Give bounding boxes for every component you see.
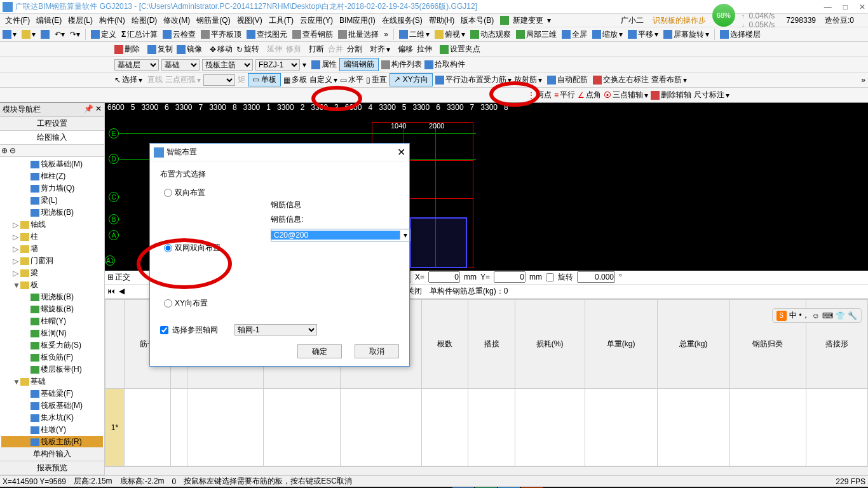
select-tool[interactable]: ↖选择▾	[114, 74, 142, 85]
point-angle-button[interactable]: ∠点角	[578, 90, 601, 100]
tree-item[interactable]: 螺旋板(B)	[1, 303, 103, 315]
rotate-button[interactable]: ↻旋转	[236, 44, 259, 55]
tree-item[interactable]: ▷墙	[1, 243, 103, 255]
nav-prev-icon[interactable]: ◀	[119, 287, 125, 295]
tree-item[interactable]: 柱帽(Y)	[1, 315, 103, 327]
tab-report[interactable]: 报表预览	[0, 461, 104, 475]
tree-item[interactable]: 梁(L)	[1, 194, 103, 207]
edit-rebar-button[interactable]: 编辑钢筋	[339, 58, 379, 71]
pan-button[interactable]: 平移▾	[628, 29, 658, 40]
break-button[interactable]: 打断	[309, 44, 324, 55]
rotate-input[interactable]	[577, 271, 615, 283]
tree-item[interactable]: 现浇板(B)	[1, 291, 103, 303]
select-floor-button[interactable]: 选择楼层	[720, 29, 761, 40]
style-select[interactable]	[203, 74, 235, 86]
tree-item[interactable]: 筏板主筋(R)	[1, 436, 103, 447]
swap-annot-button[interactable]: 交换左右标注	[593, 74, 649, 85]
menu-tools[interactable]: 工具(T)	[266, 15, 296, 26]
custom-button[interactable]: 自定义▾	[309, 74, 337, 85]
2d-button[interactable]: 二维▾	[399, 29, 430, 40]
nav-first-icon[interactable]: ⏮	[107, 287, 115, 295]
menu-member[interactable]: 构件(N)	[97, 15, 128, 26]
radio-xy[interactable]: XY向布置	[164, 298, 399, 309]
tree-item[interactable]: ▷柱	[1, 231, 103, 243]
rebar-info-combo[interactable]: C20@200▾	[271, 229, 410, 241]
delete-aux-button[interactable]: 删除辅轴	[651, 90, 691, 100]
column-header[interactable]	[105, 299, 125, 389]
floor-select[interactable]: 基础层	[114, 59, 159, 71]
attributes-button[interactable]: 属性	[311, 59, 337, 70]
horizontal-scrollbar[interactable]	[105, 466, 868, 475]
menu-bim[interactable]: BIM应用(I)	[337, 15, 378, 26]
view-rebar-layout-button[interactable]: 查看布筋▾	[651, 74, 687, 85]
undo-icon[interactable]: ↶▾	[55, 30, 65, 39]
sum-button[interactable]: Σ汇总计算	[121, 29, 158, 40]
align-button[interactable]: 对齐▾	[370, 44, 390, 55]
screen-rotate-button[interactable]: 屏幕旋转▾	[663, 29, 709, 40]
code-select[interactable]: FBZJ-1	[255, 59, 300, 71]
column-header[interactable]: 损耗(%)	[515, 299, 585, 389]
flat-top-button[interactable]: 平齐板顶	[201, 29, 241, 40]
ortho-button[interactable]: ⊞正交	[107, 272, 130, 283]
tree-item[interactable]: 板洞(N)	[1, 327, 103, 339]
view-rebar-button[interactable]: 查看钢筋	[292, 29, 333, 40]
save-icon[interactable]	[41, 30, 50, 39]
copy-button[interactable]: 复制	[147, 44, 173, 55]
tree-item[interactable]: ▷梁	[1, 267, 103, 279]
tree-item[interactable]: ▷门窗洞	[1, 255, 103, 267]
zoom-button[interactable]: 缩放▾	[592, 29, 623, 40]
parallel-button[interactable]: ≡平行	[554, 90, 575, 100]
dialog-close-button[interactable]: ✕	[397, 146, 405, 158]
redo-icon[interactable]: ↷▾	[70, 30, 80, 39]
sogou-ime-bar[interactable]: S 中 •， ☺ ⌨ 👕 🔧	[772, 308, 862, 323]
grid-select[interactable]: 轴网-1	[234, 324, 317, 336]
pick-member-button[interactable]: 拾取构件	[424, 59, 465, 70]
dimension-button[interactable]: 尺寸标注▾	[694, 90, 729, 100]
menu-view[interactable]: 视图(V)	[234, 15, 265, 26]
clip-point-button[interactable]: 设置夹点	[440, 44, 480, 55]
menu-online[interactable]: 在线服务(S)	[379, 15, 425, 26]
menu-floor[interactable]: 楼层(L)	[65, 15, 95, 26]
cancel-button[interactable]: 取消	[355, 344, 399, 358]
radiate-button[interactable]: 放射筋▾	[514, 74, 542, 85]
horizontal-button[interactable]: ▭水平	[340, 74, 363, 85]
ime-skin-icon[interactable]: 👕	[836, 311, 845, 320]
member-tree[interactable]: 筏板基础(M)框柱(Z)剪力墙(Q)梁(L)现浇板(B)▷轴线▷柱▷墙▷门窗洞▷…	[0, 157, 104, 447]
pin-icon[interactable]: 📌 ✕	[84, 104, 102, 115]
tab-single-input[interactable]: 单构件输入	[0, 447, 104, 461]
vertical-button[interactable]: ▯垂直	[366, 74, 387, 85]
member-list-button[interactable]: 构件列表	[381, 59, 422, 70]
cloud-check-button[interactable]: 云检查	[163, 29, 196, 40]
ime-keyboard-icon[interactable]: ⌨	[822, 311, 833, 320]
tree-item[interactable]: 板负筋(F)	[1, 351, 103, 363]
tree-item[interactable]: ▼板	[1, 279, 103, 291]
xy-direction-button[interactable]: ↗ XY方向	[390, 73, 432, 86]
dynamic-view-button[interactable]: 动态观察	[470, 29, 511, 40]
tree-item[interactable]: 筏板基础(M)	[1, 400, 103, 412]
ime-tool-icon[interactable]: 🔧	[848, 311, 857, 320]
menu-help[interactable]: 帮助(H)	[426, 15, 458, 26]
three-point-aux-button[interactable]: ⦿三点辅轴▾	[604, 90, 648, 100]
row-header[interactable]: 1*	[105, 389, 125, 466]
menu-rebar[interactable]: 钢筋量(Q)	[194, 15, 233, 26]
expand-icon[interactable]: ⊕	[1, 146, 8, 155]
topview-button[interactable]: 俯视▾	[435, 29, 465, 40]
tree-item[interactable]: 板受力筋(S)	[1, 339, 103, 351]
tree-item[interactable]: 柱墩(Y)	[1, 424, 103, 436]
ime-emoji-icon[interactable]: ☺	[812, 311, 820, 320]
tree-item[interactable]: 楼层板带(H)	[1, 363, 103, 376]
x-input[interactable]	[428, 271, 460, 283]
reference-grid-checkbox[interactable]	[160, 326, 168, 334]
menu-cloud[interactable]: 云应用(Y)	[297, 15, 336, 26]
tab-project-settings[interactable]: 工程设置	[0, 117, 104, 131]
new-icon[interactable]: ▾	[3, 30, 17, 39]
stretch-button[interactable]: 拉伸	[417, 44, 432, 55]
fullscreen-button[interactable]: 全屏	[562, 29, 587, 40]
define-button[interactable]: 定义	[91, 29, 116, 40]
edge-rebar-button[interactable]: 平行边布置受力筋▾	[435, 74, 512, 85]
new-change-button[interactable]: 新建变更 ▾	[498, 15, 553, 26]
offset-button[interactable]: 偏移	[398, 44, 413, 55]
tree-item[interactable]: 框柱(Z)	[1, 170, 103, 182]
menu-draw[interactable]: 绘图(D)	[129, 15, 160, 26]
single-board-button[interactable]: ▭ 单板	[248, 73, 281, 86]
